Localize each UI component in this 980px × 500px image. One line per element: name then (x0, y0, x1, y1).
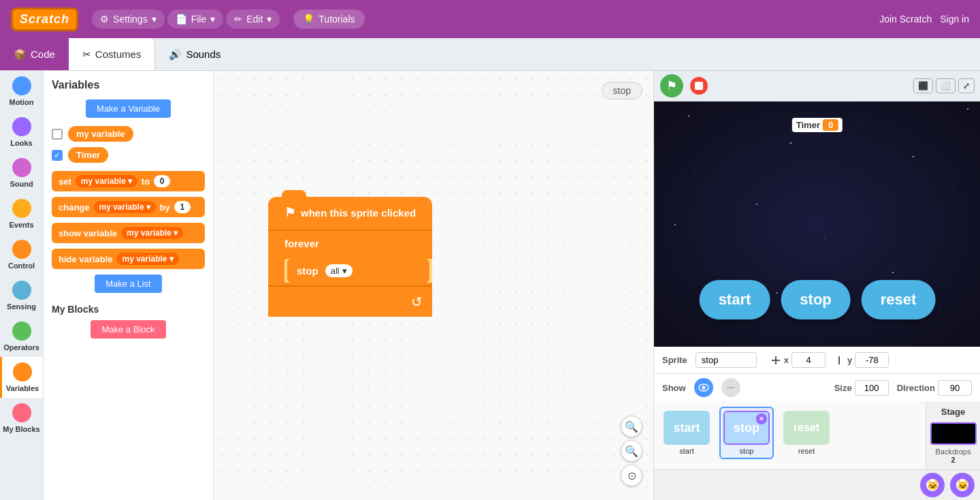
stop-button[interactable]: stop (602, 82, 642, 99)
zoom-in-button[interactable]: 🔍 (621, 416, 642, 437)
green-flag-button[interactable]: ⚑ (659, 74, 684, 98)
change-value-input[interactable]: 1 (174, 201, 191, 213)
operators-label: Operators (3, 343, 39, 351)
costumes-tab-icon: ✂ (82, 48, 91, 61)
eye-closed-icon (725, 384, 736, 392)
set-var-dropdown[interactable]: my variable ▾ (76, 175, 137, 187)
sidebar-item-variables[interactable]: Variables (0, 357, 43, 398)
hide-var-dropdown[interactable]: my variable ▾ (116, 253, 178, 265)
reset-sprite-button[interactable]: reset (862, 280, 936, 319)
zoom-reset-button[interactable]: ⊙ (621, 465, 642, 486)
sprite-thumb-start[interactable]: start start (659, 407, 714, 459)
sprite-name-input[interactable] (696, 352, 757, 368)
variables-panel: Variables Make a Variable my variable ✓ … (44, 71, 214, 500)
sidebar-item-control[interactable]: Control (0, 234, 43, 275)
set-block[interactable]: set my variable ▾ to 0 (52, 171, 205, 191)
sidebar-item-looks[interactable]: Looks (0, 112, 43, 153)
y-coord-input[interactable] (855, 352, 889, 368)
operators-dot (12, 322, 31, 341)
loop-arrow-icon: ↺ (411, 294, 423, 310)
sprites-panel: start start stop ✕ stop reset (654, 401, 980, 469)
direction-label: Direction (897, 383, 935, 393)
show-eye-button[interactable] (694, 378, 713, 397)
stop-sprite-button[interactable]: stop (781, 280, 850, 319)
file-icon: 📄 (176, 14, 187, 25)
hat-bump (282, 190, 306, 200)
red-stop-button[interactable] (689, 76, 708, 95)
zoom-out-icon: 🔍 (625, 445, 638, 458)
hide-eye-button[interactable] (721, 378, 740, 397)
dropdown-arrow: ▾ (146, 202, 150, 212)
sidebar-item-sound[interactable]: Sound (0, 153, 43, 193)
show-variable-body: show variable my variable ▾ (52, 223, 205, 243)
direction-input[interactable] (938, 380, 972, 396)
code-tab-icon: 📦 (14, 48, 27, 61)
sprite-thumb-stop[interactable]: stop ✕ stop (719, 407, 774, 459)
coord-y-group: y (834, 352, 889, 368)
x-coord-input[interactable] (791, 352, 826, 368)
timer-value: 0 (823, 119, 838, 131)
sidebar-item-events[interactable]: Events (0, 193, 43, 234)
sprites-list: start start stop ✕ stop reset (654, 401, 926, 469)
change-block[interactable]: change my variable ▾ by 1 (52, 197, 205, 217)
tab-sounds[interactable]: 🔊 Sounds (155, 38, 234, 70)
svg-text:🐱: 🐱 (957, 480, 969, 491)
size-input[interactable] (855, 380, 889, 396)
sensing-label: Sensing (7, 302, 36, 311)
settings-menu[interactable]: ⚙ Settings ▾ (92, 10, 165, 29)
scratch-logo[interactable]: Scratch (11, 7, 78, 31)
hide-variable-block[interactable]: hide variable my variable ▾ (52, 249, 205, 269)
tab-costumes[interactable]: ✂ Costumes (69, 38, 156, 70)
fullscreen-button[interactable]: ⤢ (958, 78, 975, 93)
change-var-dropdown[interactable]: my variable ▾ (94, 201, 156, 213)
tab-code[interactable]: 📦 Code (0, 38, 69, 70)
add-backdrop-button[interactable]: 🐱 (950, 473, 975, 497)
motion-label: Motion (9, 98, 33, 106)
variables-panel-title: Variables (52, 79, 205, 91)
myvar-checkbox[interactable] (52, 129, 63, 140)
small-stage-button[interactable]: ⬛ (913, 78, 933, 93)
tabbar: 📦 Code ✂ Costumes 🔊 Sounds (0, 38, 980, 71)
chevron-down-icon: ▾ (267, 14, 272, 25)
stage-thumbnail[interactable] (930, 422, 977, 445)
my-blocks-title: My Blocks (52, 304, 205, 315)
timer-checkbox[interactable]: ✓ (52, 150, 63, 161)
timer-pill: Timer (68, 147, 108, 163)
make-variable-button[interactable]: Make a Variable (86, 99, 171, 118)
add-sprite-button[interactable]: 🐱 (920, 473, 945, 497)
large-stage-button[interactable]: ⬜ (936, 78, 956, 93)
svg-rect-3 (695, 82, 703, 90)
sidebar-item-sensing[interactable]: Sensing (0, 275, 43, 316)
show-var-dropdown[interactable]: my variable ▾ (121, 227, 183, 239)
change-label: change (59, 202, 90, 213)
start-sprite-button[interactable]: start (700, 280, 770, 319)
sidebar-item-motion[interactable]: Motion (0, 71, 43, 112)
blocks-sidebar: Motion Looks Sound Events Control Sensin… (0, 71, 44, 500)
tutorials-button[interactable]: 💡 Tutorials (293, 10, 364, 29)
y-label: y (847, 355, 852, 365)
stop-all-block[interactable]: stop all ▾ (287, 259, 429, 283)
to-label: to (142, 176, 150, 187)
edit-menu[interactable]: ✏ Edit ▾ (226, 10, 280, 29)
sign-in-link[interactable]: Sign in (940, 14, 969, 25)
settings-label: Settings (113, 14, 148, 25)
sidebar-item-myblocks[interactable]: My Blocks (0, 398, 43, 439)
show-variable-block[interactable]: show variable my variable ▾ (52, 223, 205, 243)
file-menu[interactable]: 📄 File ▾ (167, 10, 224, 29)
code-area: stop ⚑ when this sprite clicked forever … (214, 71, 653, 500)
backdrops-count: 2 (951, 456, 955, 464)
zoom-out-button[interactable]: 🔍 (621, 440, 642, 462)
stop-dropdown[interactable]: all ▾ (325, 264, 353, 277)
dropdown-arrow: ▾ (174, 228, 178, 238)
sprite-thumb-reset[interactable]: reset reset (779, 407, 834, 459)
sidebar-item-operators[interactable]: Operators (0, 316, 43, 357)
forever-label-row: forever (268, 230, 432, 256)
make-list-button[interactable]: Make a List (95, 275, 161, 293)
change-block-body: change my variable ▾ by 1 (52, 197, 205, 217)
forever-block[interactable]: forever stop all ▾ ↺ (268, 230, 432, 317)
join-scratch-link[interactable]: Join Scratch (879, 14, 932, 25)
set-value-input[interactable]: 0 (154, 175, 170, 187)
delete-badge[interactable]: ✕ (756, 413, 767, 424)
make-block-button[interactable]: Make a Block (91, 320, 165, 339)
when-sprite-clicked-block[interactable]: ⚑ when this sprite clicked (268, 197, 432, 230)
